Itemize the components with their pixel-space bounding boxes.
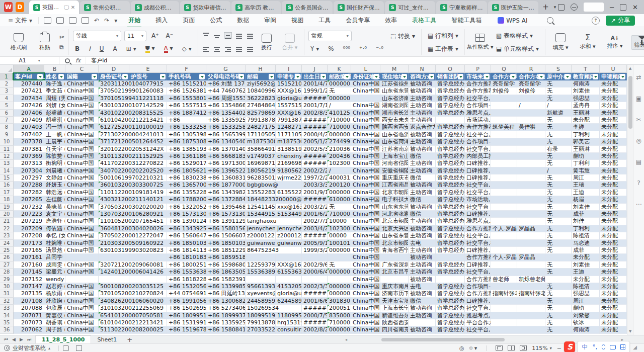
cell[interactable]: 430102200208315525 <box>99 110 167 117</box>
cell[interactable]: ziyi5692@q <box>246 80 276 87</box>
cell[interactable]: China中国 <box>351 225 380 232</box>
cell[interactable]: / <box>545 167 572 174</box>
cell[interactable]: 612725200110100019 <box>99 124 167 131</box>
cell[interactable]: 207165 <box>14 247 44 254</box>
cell[interactable]: China中国 <box>351 117 380 124</box>
cell[interactable]: 200120 <box>328 182 351 189</box>
header-cell[interactable]: 护照号 <box>129 73 167 80</box>
cell[interactable]: +86 13399850473 <box>206 283 246 290</box>
cell[interactable]: China中国 <box>351 290 380 297</box>
column-header-D[interactable]: D <box>99 65 129 73</box>
cell[interactable]: 社交平台, <box>465 189 491 196</box>
cell[interactable]: 271302200004241013 <box>99 131 167 138</box>
cell[interactable]: 留学总经办 <box>436 167 465 174</box>
cell[interactable]: 何依涵 (女) <box>44 225 65 232</box>
cell[interactable]: +86 <box>167 117 206 124</box>
cell[interactable]: China中国 <box>351 276 380 283</box>
cell[interactable] <box>517 240 545 247</box>
cell[interactable]: ######## <box>302 117 328 124</box>
cell[interactable]: 110112200109181419 <box>99 189 167 196</box>
cell[interactable]: 丁利利 <box>572 160 600 167</box>
cell[interactable]: China中国 <box>351 131 380 138</box>
percent-button[interactable]: % <box>326 45 336 53</box>
ime-toolbox-icon[interactable] <box>620 344 625 349</box>
cell[interactable]: 季忆 (女) <box>44 232 65 239</box>
cell[interactable]: 无 <box>545 189 572 196</box>
cell[interactable]: China中国 <box>65 283 99 290</box>
cell[interactable]: 留学总经办 <box>436 312 465 319</box>
cell[interactable]: 衡琬明 (女) <box>44 160 65 167</box>
cell[interactable]: China中国 <box>351 283 380 290</box>
row-number[interactable]: 26 <box>0 254 14 261</box>
cell[interactable]: 370503200302020020 <box>99 204 167 211</box>
cell[interactable] <box>517 153 545 160</box>
cell[interactable]: 117110505 <box>276 131 302 138</box>
cell[interactable]: 刘素佳 <box>572 204 600 211</box>
filter-dropdown-icon[interactable] <box>538 74 544 79</box>
cell[interactable]: 留学总经办 <box>436 225 465 232</box>
cell[interactable]: 雅思考点, <box>465 312 491 319</box>
row-number[interactable]: 12 <box>0 153 14 160</box>
cell[interactable]: China中国 <box>65 87 99 95</box>
cell[interactable]: 000000 <box>328 269 351 276</box>
cell[interactable]: guiwanwei <box>276 240 302 247</box>
header-cell[interactable]: 国籍 <box>65 73 99 80</box>
cell[interactable]: 无 <box>545 87 572 95</box>
microphone-icon[interactable] <box>602 344 605 349</box>
cell[interactable]: 360103200303300725 <box>99 182 167 189</box>
cell[interactable]: 市场活动, <box>465 196 491 203</box>
cell[interactable]: +86 13359257067 <box>206 117 246 124</box>
cell[interactable]: 207369 <box>14 153 44 160</box>
cell[interactable]: 18056219 <box>246 167 276 174</box>
cell[interactable]: +86 田延岭1395 <box>206 290 246 297</box>
cell[interactable]: 无 <box>545 153 572 160</box>
cell[interactable]: 962835011 <box>246 174 276 182</box>
cell[interactable]: 何雨涛 <box>572 80 600 87</box>
cell[interactable]: China中国 <box>65 261 99 269</box>
cell[interactable] <box>517 138 545 145</box>
cell[interactable]: 山东省菏泽 <box>380 138 409 145</box>
cell[interactable] <box>129 254 167 261</box>
header-cell[interactable]: 合作方公司 <box>491 73 517 80</box>
cell[interactable]: 207161 <box>14 254 44 261</box>
cell[interactable]: ######## <box>302 305 328 312</box>
cell[interactable]: +44 07546918 <box>167 290 206 297</box>
cell[interactable]: / <box>328 102 351 109</box>
cell[interactable]: +86 13544021983 <box>206 110 246 117</box>
file-tab[interactable]: S宁夏教师样本.xlsx <box>436 1 487 14</box>
cell[interactable]: 合作项目- <box>465 138 491 145</box>
cell[interactable]: +86 15320563 <box>167 283 206 290</box>
cell[interactable]: China中国 <box>351 269 380 276</box>
row-number[interactable]: 23 <box>0 232 14 239</box>
wps-ai-button[interactable]: WPS AI <box>497 15 528 26</box>
cell[interactable]: xyevents@ <box>246 290 276 297</box>
cell[interactable]: 胡睿琪 (女) <box>44 117 65 124</box>
cell[interactable]: 黄韦慧 <box>572 167 600 174</box>
cell[interactable]: 北京市朝阳 <box>380 218 409 225</box>
fx-icon[interactable]: fx <box>75 57 80 64</box>
cell[interactable]: China中国 <box>351 204 380 211</box>
cell[interactable]: 200051 <box>328 305 351 312</box>
cell[interactable]: 吴佳祺 <box>517 124 545 131</box>
cell[interactable]: 216969871 <box>276 160 302 167</box>
cell[interactable]: 吴晓慕 (女) <box>44 204 65 211</box>
cell[interactable]: +86 13728846801 <box>206 196 246 203</box>
cell[interactable] <box>517 326 545 333</box>
cell[interactable]: 未分配 <box>600 131 627 138</box>
cell[interactable]: 留学总经办 <box>436 110 465 117</box>
cell[interactable]: 370502199901260083 <box>99 87 167 95</box>
cell[interactable]: +86 15026953 <box>167 305 206 312</box>
cell[interactable]: 成雨雯 (女) <box>44 261 65 269</box>
cell[interactable]: 13552283 <box>246 189 276 196</box>
cell[interactable]: +86 13405409881 <box>206 138 246 145</box>
cell[interactable]: 未分配 <box>600 298 627 305</box>
cell[interactable] <box>517 232 545 239</box>
cell[interactable] <box>517 312 545 319</box>
conditional-format-button[interactable]: 条件格式 ▾ <box>469 34 491 51</box>
globe-icon[interactable] <box>571 4 578 11</box>
cell[interactable]: China中国 <box>65 138 99 145</box>
cell[interactable]: 400031 <box>328 174 351 182</box>
cell[interactable]: China中国 <box>351 189 380 196</box>
cell[interactable]: 918056219 <box>276 167 302 174</box>
cell[interactable] <box>517 146 545 153</box>
